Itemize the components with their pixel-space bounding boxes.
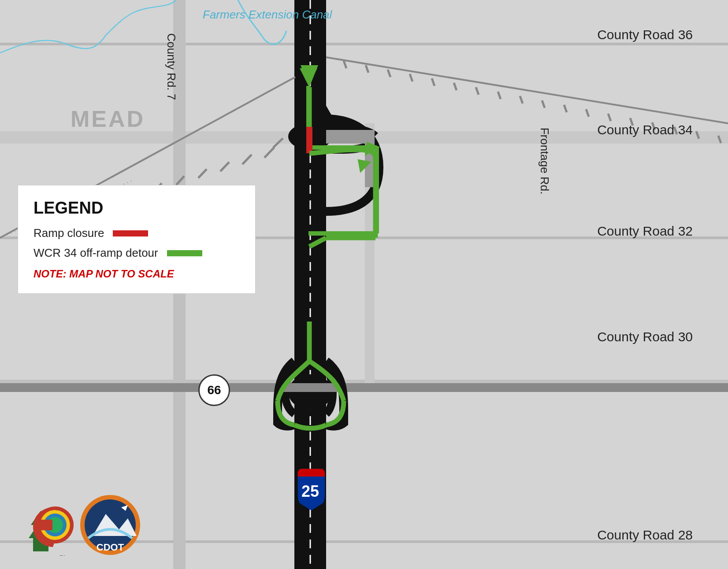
county-road-36-label: County Road 36 [597, 27, 693, 42]
legend-detour-swatch [167, 250, 202, 256]
svg-text:™: ™ [59, 554, 65, 556]
legend-ramp-closure-swatch [113, 230, 148, 236]
county-road-30-label: County Road 30 [597, 329, 693, 344]
svg-rect-68 [37, 520, 52, 530]
svg-text:25: 25 [301, 482, 319, 500]
map-container: 25 Farmers Extension Canal MEAD County R… [0, 0, 728, 569]
route-66-marker: 66 [198, 374, 230, 406]
county-road-34-label: County Road 34 [597, 122, 693, 137]
county-road-7-label: County Rd. 7 [164, 33, 178, 100]
svg-rect-7 [173, 396, 186, 569]
mead-label: MEAD [71, 106, 145, 132]
cdot-logo: CDOT [79, 494, 141, 556]
svg-rect-20 [0, 383, 728, 392]
legend-note: NOTE: MAP NOT TO SCALE [33, 268, 240, 280]
legend-title: LEGEND [33, 199, 240, 218]
county-road-28-label: County Road 28 [597, 528, 693, 543]
svg-rect-19 [326, 137, 366, 144]
frontage-road-label: Frontage Rd. [538, 128, 552, 195]
legend-ramp-closure-label: Ramp closure [33, 226, 104, 240]
svg-text:CDOT: CDOT [97, 542, 124, 553]
county-road-32-label: County Road 32 [597, 224, 693, 239]
legend-item-ramp-closure: Ramp closure [33, 226, 240, 240]
logos-area: ™ CDOT [13, 494, 141, 556]
canal-label: Farmers Extension Canal [203, 8, 332, 22]
legend-detour-label: WCR 34 off-ramp detour [33, 246, 158, 260]
svg-rect-60 [306, 127, 312, 153]
colorado-logo: ™ [13, 494, 75, 556]
legend-box: LEGEND Ramp closure WCR 34 off-ramp deto… [18, 185, 256, 294]
legend-item-detour: WCR 34 off-ramp detour [33, 246, 240, 260]
